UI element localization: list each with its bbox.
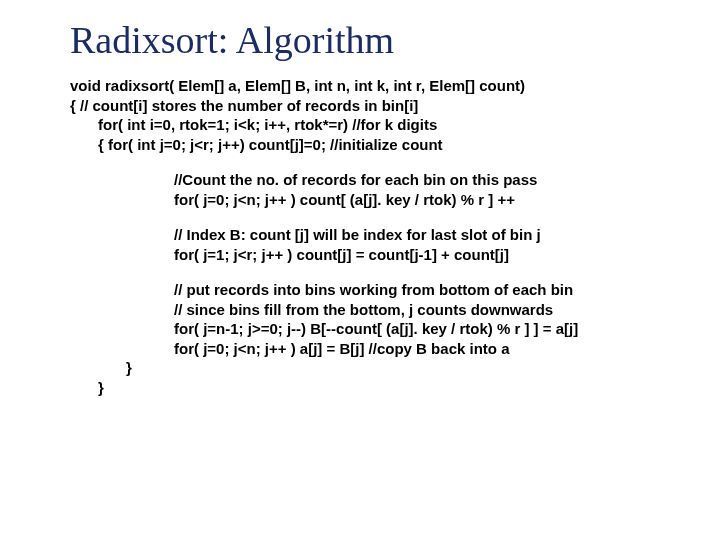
- code-line: //Count the no. of records for each bin …: [174, 170, 680, 190]
- code-line: for( int i=0, rtok=1; i<k; i++, rtok*=r)…: [98, 115, 680, 135]
- code-line: for( j=0; j<n; j++ ) a[j] = B[j] //copy …: [174, 339, 680, 359]
- code-line: for( j=n-1; j>=0; j--) B[--count[ (a[j].…: [174, 319, 680, 339]
- slide: Radixsort: Algorithm void radixsort( Ele…: [0, 0, 720, 417]
- code-line: { for( int j=0; j<r; j++) count[j]=0; //…: [98, 135, 680, 155]
- code-line: // since bins fill from the bottom, j co…: [174, 300, 680, 320]
- code-block: void radixsort( Elem[] a, Elem[] B, int …: [70, 76, 680, 397]
- code-line: }: [126, 358, 680, 378]
- code-line: void radixsort( Elem[] a, Elem[] B, int …: [70, 76, 680, 96]
- code-line: for( j=0; j<n; j++ ) count[ (a[j]. key /…: [174, 190, 680, 210]
- code-line: // put records into bins working from bo…: [174, 280, 680, 300]
- code-line: }: [98, 378, 680, 398]
- code-line: for( j=1; j<r; j++ ) count[j] = count[j-…: [174, 245, 680, 265]
- slide-title: Radixsort: Algorithm: [70, 18, 680, 62]
- code-line: { // count[i] stores the number of recor…: [70, 96, 680, 116]
- code-line: // Index B: count [j] will be index for …: [174, 225, 680, 245]
